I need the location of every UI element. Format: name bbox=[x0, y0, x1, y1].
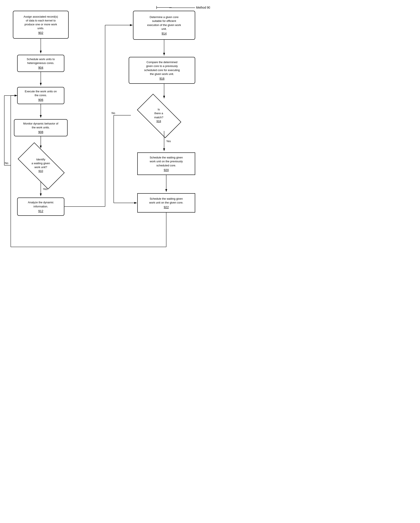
diamond-918: Isthere amatch? 918 bbox=[131, 100, 187, 131]
box-912: Analyze the dynamic information. 912 bbox=[17, 197, 64, 216]
box-908-text: Monitor dynamic behavior of the work uni… bbox=[23, 122, 58, 130]
box-920-text: Schedule the waiting given work unit on … bbox=[150, 156, 183, 167]
box-916-num: 916 bbox=[159, 77, 164, 80]
flowchart-diagram: Method 900 Assign associated record(s) o… bbox=[0, 0, 210, 262]
svg-text:Method 900: Method 900 bbox=[196, 6, 210, 9]
box-914: Determine a given core suitable for effi… bbox=[133, 11, 195, 40]
svg-text:No: No bbox=[111, 111, 115, 115]
d918-text: Isthere amatch? bbox=[154, 108, 163, 119]
box-902: Assign associated record(s) of data to e… bbox=[13, 11, 69, 39]
box-902-text: Assign associated record(s) of data to e… bbox=[24, 15, 58, 31]
box-904-num: 904 bbox=[38, 66, 43, 69]
box-906-num: 906 bbox=[38, 98, 43, 102]
box-920: Schedule the waiting given work unit on … bbox=[137, 152, 195, 175]
box-912-num: 912 bbox=[38, 209, 43, 213]
box-922-num: 922 bbox=[164, 205, 169, 209]
box-914-num: 914 bbox=[161, 32, 166, 35]
box-906: Execute the work units on the cores. 906 bbox=[17, 87, 64, 104]
box-908-num: 908 bbox=[38, 130, 43, 134]
box-902-num: 902 bbox=[38, 31, 43, 34]
box-922-text: Schedule the waiting given work unit on … bbox=[149, 197, 183, 204]
box-916: Compare the determined given core to a p… bbox=[129, 57, 195, 84]
box-904-text: Schedule work units to heterogeneous cor… bbox=[27, 57, 55, 65]
d918-num: 918 bbox=[154, 119, 163, 123]
box-912-text: Analyze the dynamic information. bbox=[28, 201, 54, 208]
box-904: Schedule work units to heterogeneous cor… bbox=[17, 55, 64, 72]
box-922: Schedule the waiting given work unit on … bbox=[137, 193, 195, 212]
svg-text:Yes: Yes bbox=[166, 139, 171, 143]
d910-num: 910 bbox=[32, 169, 50, 173]
box-914-text: Determine a given core suitable for effi… bbox=[147, 15, 181, 31]
box-908: Monitor dynamic behavior of the work uni… bbox=[14, 119, 68, 136]
diamond-910: Identifya waiting givenwork unit? 910 bbox=[11, 149, 71, 181]
box-906-text: Execute the work units on the cores. bbox=[25, 90, 57, 97]
svg-text:No: No bbox=[5, 162, 8, 165]
box-916-text: Compare the determined given core to a p… bbox=[144, 60, 180, 76]
d910-text: Identifya waiting givenwork unit? bbox=[32, 158, 50, 169]
box-920-num: 920 bbox=[164, 168, 169, 172]
